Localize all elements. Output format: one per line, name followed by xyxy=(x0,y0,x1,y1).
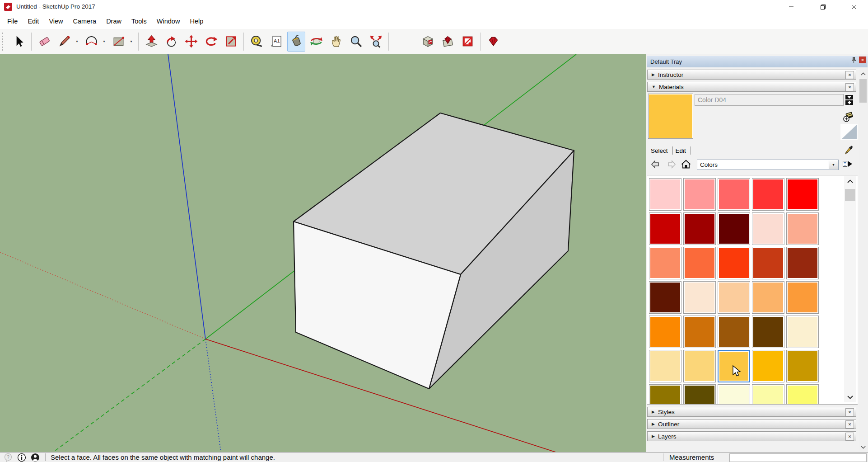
color-swatch[interactable] xyxy=(683,316,716,348)
panel-bar-outliner[interactable]: ▶ Outliner ✕ xyxy=(647,419,856,429)
panel-close-icon[interactable]: ✕ xyxy=(845,83,854,91)
color-swatch[interactable] xyxy=(752,350,784,382)
menu-item-view[interactable]: View xyxy=(44,18,68,25)
color-swatch[interactable] xyxy=(649,281,681,314)
create-material-icon[interactable] xyxy=(843,110,855,123)
pin-icon[interactable] xyxy=(850,57,857,63)
menu-item-camera[interactable]: Camera xyxy=(68,18,102,25)
tab-select[interactable]: Select xyxy=(648,147,672,154)
arc-dropdown-icon[interactable]: ▼ xyxy=(101,32,107,51)
shape-rectangle-icon[interactable] xyxy=(109,32,127,52)
color-swatch[interactable] xyxy=(752,178,784,211)
chevron-down-icon[interactable]: ▼ xyxy=(829,160,838,169)
color-swatch[interactable] xyxy=(683,384,716,405)
pan-icon[interactable] xyxy=(327,32,345,52)
pencil-line-dropdown-icon[interactable]: ▼ xyxy=(74,32,80,51)
color-swatch[interactable] xyxy=(786,212,819,245)
color-swatch[interactable] xyxy=(649,178,681,211)
scrollbar-thumb[interactable] xyxy=(859,79,867,103)
color-swatch[interactable] xyxy=(718,316,750,348)
offset-icon[interactable] xyxy=(222,32,240,52)
follow-me-icon[interactable] xyxy=(162,32,180,52)
menu-item-tools[interactable]: Tools xyxy=(126,18,152,25)
color-swatch[interactable] xyxy=(649,212,681,245)
layout-icon[interactable] xyxy=(458,32,476,52)
extension-warehouse-icon[interactable] xyxy=(439,32,457,52)
color-swatch[interactable] xyxy=(649,350,681,382)
zoom-extents-icon[interactable] xyxy=(367,32,385,52)
scroll-up-icon[interactable] xyxy=(859,69,868,79)
toolbar-grip[interactable] xyxy=(2,33,5,51)
tab-edit[interactable]: Edit xyxy=(673,147,691,154)
material-name-input[interactable] xyxy=(695,94,844,106)
panel-close-icon[interactable]: ✕ xyxy=(845,71,854,79)
scrollbar-thumb[interactable] xyxy=(845,189,855,201)
move-icon[interactable] xyxy=(182,32,200,52)
zoom-icon[interactable] xyxy=(347,32,365,52)
back-arrow-icon[interactable] xyxy=(650,159,661,170)
rotate-icon[interactable] xyxy=(202,32,220,52)
color-swatch[interactable] xyxy=(683,281,716,314)
color-swatch[interactable] xyxy=(649,384,681,405)
warehouse-icon[interactable] xyxy=(419,32,437,52)
tape-measure-icon[interactable] xyxy=(247,32,266,52)
menu-item-help[interactable]: Help xyxy=(185,18,208,25)
scroll-up-icon[interactable] xyxy=(844,176,856,186)
color-swatch[interactable] xyxy=(752,316,784,348)
collapse-arrow-icon[interactable]: ▶ xyxy=(648,434,658,438)
collapse-arrow-icon[interactable]: ▶ xyxy=(648,410,658,414)
panel-bar-materials[interactable]: ▼ Materials ✕ xyxy=(647,82,856,92)
panel-bar-layers[interactable]: ▶ Layers ✕ xyxy=(647,431,856,441)
tray-scrollbar[interactable] xyxy=(859,69,868,451)
color-swatch[interactable] xyxy=(683,212,716,245)
color-swatch[interactable] xyxy=(683,178,716,211)
details-icon[interactable] xyxy=(842,159,853,170)
color-swatch[interactable] xyxy=(786,247,819,279)
collapse-arrow-icon[interactable]: ▶ xyxy=(648,422,658,426)
orbit-icon[interactable] xyxy=(307,32,325,52)
pencil-line-icon[interactable] xyxy=(55,32,73,52)
menu-item-window[interactable]: Window xyxy=(152,18,185,25)
collapse-arrow-icon[interactable]: ▶ xyxy=(648,72,658,77)
scroll-down-icon[interactable] xyxy=(859,442,868,452)
color-swatch[interactable] xyxy=(683,247,716,279)
color-swatch[interactable] xyxy=(786,178,819,211)
color-swatch[interactable] xyxy=(786,350,819,382)
color-swatch[interactable] xyxy=(752,281,784,314)
eraser-icon[interactable] xyxy=(35,32,53,52)
color-swatch[interactable] xyxy=(718,281,750,314)
menu-item-edit[interactable]: Edit xyxy=(23,18,44,25)
ruby-console-icon[interactable] xyxy=(484,32,502,52)
close-button[interactable] xyxy=(840,0,868,13)
tray-header[interactable]: Default Tray xyxy=(647,56,868,67)
color-swatch[interactable] xyxy=(718,212,750,245)
scroll-down-icon[interactable] xyxy=(844,392,856,402)
expand-arrow-icon[interactable]: ▼ xyxy=(648,85,659,89)
color-swatch[interactable] xyxy=(649,316,681,348)
panel-bar-styles[interactable]: ▶ Styles ✕ xyxy=(647,407,856,417)
select-arrow-icon[interactable] xyxy=(9,32,28,52)
color-swatch[interactable] xyxy=(786,281,819,314)
menu-item-draw[interactable]: Draw xyxy=(101,18,126,25)
restore-button[interactable] xyxy=(809,0,836,13)
forward-arrow-icon[interactable] xyxy=(666,159,677,170)
color-swatch[interactable] xyxy=(718,384,750,405)
shape-rectangle-dropdown-icon[interactable]: ▼ xyxy=(128,32,134,51)
color-swatch[interactable] xyxy=(683,350,716,382)
panel-close-icon[interactable]: ✕ xyxy=(845,408,854,416)
home-icon[interactable] xyxy=(681,159,691,170)
color-swatch[interactable] xyxy=(752,247,784,279)
color-swatch[interactable] xyxy=(718,247,750,279)
panel-close-icon[interactable]: ✕ xyxy=(845,433,854,441)
secondary-pane-icon[interactable] xyxy=(844,94,855,106)
tray-close-icon[interactable]: ✕ xyxy=(859,57,866,63)
model-viewport[interactable] xyxy=(0,54,646,452)
paint-bucket-icon[interactable] xyxy=(287,32,305,52)
help-balloon-icon[interactable]: ? xyxy=(4,453,13,462)
measurements-input[interactable] xyxy=(729,453,867,462)
panel-close-icon[interactable]: ✕ xyxy=(845,420,854,429)
push-pull-icon[interactable] xyxy=(142,32,160,52)
color-swatch[interactable] xyxy=(752,212,784,245)
color-swatch[interactable] xyxy=(786,384,819,405)
arc-icon[interactable] xyxy=(82,32,100,52)
